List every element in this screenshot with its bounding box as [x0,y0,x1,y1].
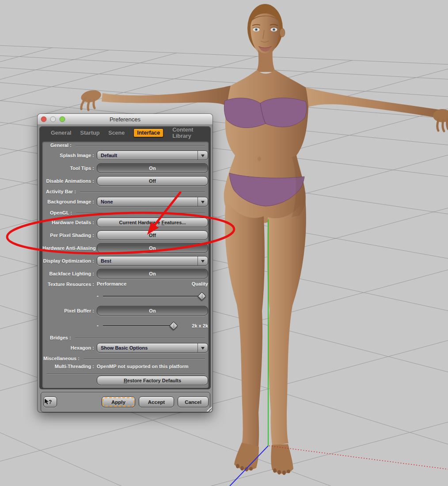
splash-image-dropdown[interactable]: Default [97,151,208,160]
figure-right-arm [306,87,441,118]
section-opengl: OpenGL : [42,210,209,216]
row-display-optimization: Display Optimization : Best [42,256,209,266]
figure-ear [280,28,285,37]
backface-lighting-toggle[interactable]: On [97,269,208,279]
pixel-buffer-size-slider: - 2k x 2k [97,321,208,330]
figure-right-leg [267,198,306,446]
tab-interface[interactable]: Interface [133,128,163,137]
background-image-dropdown[interactable]: None [97,197,208,207]
row-backface-lighting: Backface Lighting : On [42,269,209,279]
dialog-footer: ? Apply Accept Cancel [41,392,210,412]
axis-x-red [269,446,448,469]
minimize-button[interactable] [50,117,56,122]
figure-left-leg [225,200,265,447]
cancel-button[interactable]: Cancel [178,396,209,407]
interface-settings-panel: General : Splash Image : Default Tool Ti… [42,141,209,388]
cursor-help-icon: ? [44,399,52,405]
texture-resources-slider: - [97,292,208,301]
tab-general[interactable]: General [51,130,72,136]
restore-factory-defaults-button[interactable]: Restore Factory Defaults [97,376,208,385]
chevron-down-icon [197,197,208,206]
current-hardware-features-button[interactable]: Current Hardware Features... [97,218,208,227]
tab-bar: General Startup Scene Interface Content … [39,126,211,139]
context-help-button[interactable]: ? [43,396,57,407]
section-general: General : [42,142,209,148]
row-multi-threading: Multi-Threading : OpenMP not supported o… [42,363,209,369]
row-hardware-anti-aliasing: Hardware Anti-Aliasing : On [42,243,209,253]
close-button[interactable] [41,117,46,122]
row-hardware-details: Hardware Details : Current Hardware Feat… [42,218,209,227]
svg-text:?: ? [49,399,52,405]
row-hexagon: Hexagon : Show Basic Options [42,343,209,353]
section-activity-bar: Activity Bar : [42,188,209,195]
chevron-down-icon [197,256,208,265]
zoom-button[interactable] [60,117,65,122]
per-pixel-shading-toggle[interactable]: Off [97,230,208,240]
section-miscellaneous: Miscellaneous : [42,355,209,362]
disable-animations-toggle[interactable]: Off [97,176,208,186]
slider-track[interactable] [103,325,176,326]
row-restore-defaults: Restore Factory Defaults [42,376,209,385]
texture-resources-scale: Performance Quality [97,281,208,286]
tab-content-library[interactable]: Content Library [172,127,211,139]
dialog-frame: General Startup Scene Interface Content … [39,126,211,389]
texture-resources-slider-handle[interactable] [197,292,206,301]
tab-startup[interactable]: Startup [80,130,100,136]
row-per-pixel-shading: Per Pixel Shading : Off [42,230,209,240]
row-pixel-buffer: Pixel Buffer : On [42,306,209,316]
apply-button[interactable]: Apply [102,396,135,407]
chevron-down-icon [197,151,208,160]
pixel-buffer-toggle[interactable]: On [97,306,208,316]
traffic-lights [40,116,68,123]
row-tool-tips: Tool Tips : On [42,163,209,173]
window-title: Preferences [110,116,140,123]
slider-track[interactable] [103,296,202,297]
figure-left-arm [102,86,231,106]
tab-scene[interactable]: Scene [108,130,125,136]
row-disable-animations: Disable Animations : Off [42,176,209,186]
title-bar[interactable]: Preferences [38,114,213,125]
hardware-anti-aliasing-toggle[interactable]: On [97,243,208,253]
accept-button[interactable]: Accept [139,396,174,407]
divider-line [47,373,205,374]
preferences-window: Preferences General Startup Scene Interf… [38,114,213,412]
chevron-down-icon [197,343,208,352]
viewport-3d[interactable]: Preferences General Startup Scene Interf… [0,0,448,486]
row-background-image: Background Image : None [42,197,209,207]
tool-tips-toggle[interactable]: On [97,163,208,173]
pixel-buffer-size-slider-handle[interactable] [169,321,178,330]
row-splash-image: Splash Image : Default [42,151,209,160]
section-bridges: Bridges : [42,335,209,341]
display-optimization-dropdown[interactable]: Best [97,256,208,266]
hexagon-dropdown[interactable]: Show Basic Options [97,343,208,353]
